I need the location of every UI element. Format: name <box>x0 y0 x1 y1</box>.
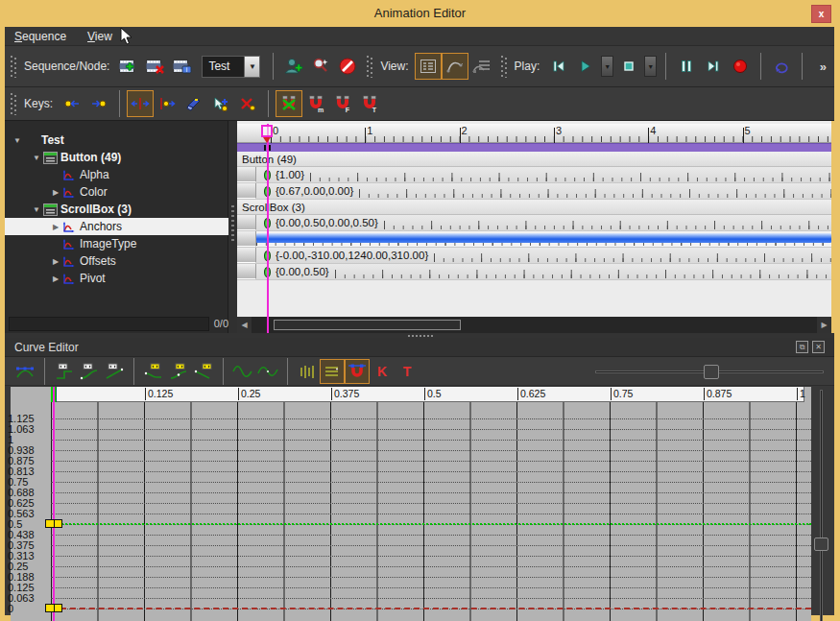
curve-key-icon[interactable] <box>55 605 62 611</box>
add-key-button[interactable] <box>207 90 234 117</box>
curve-constant-value-0[interactable] <box>51 608 811 609</box>
timeline-ruler[interactable]: 012345 <box>237 124 831 143</box>
playhead-marker[interactable] <box>261 125 273 137</box>
caret-collapsed-icon[interactable]: ▶ <box>49 188 62 197</box>
delete-key-button[interactable] <box>234 90 261 117</box>
curve-t-button[interactable]: T <box>395 359 420 384</box>
toolbar-overflow-button[interactable]: » <box>820 60 825 74</box>
tree-item-test[interactable]: ▼Test <box>5 131 228 149</box>
tree-item-offsets[interactable]: ▶Offsets <box>5 252 228 270</box>
sequence-info-button[interactable]: i <box>169 53 196 80</box>
curve-snap-toggle[interactable] <box>345 359 370 384</box>
track-body[interactable]: {0.00,0.50,0.00,0.50} <box>256 215 831 230</box>
timeline-playhead-line[interactable] <box>267 124 269 333</box>
smooth-curve-alt-button[interactable] <box>255 359 280 384</box>
pick-node-button[interactable] <box>307 53 334 80</box>
key-next-button[interactable] <box>85 90 112 117</box>
play-options-dropdown[interactable]: ▼ <box>601 56 613 77</box>
tangent-linear-button[interactable] <box>102 359 127 384</box>
timeline-track-row[interactable]: {-0.00,-310.00,1240.00,310.00} <box>237 248 831 264</box>
go-to-end-button[interactable] <box>700 53 727 80</box>
track-body[interactable]: {0.67,0.00,0.00} <box>256 183 831 199</box>
timeline-track-row[interactable]: {0.67,0.00,0.00} <box>237 183 831 200</box>
track-body[interactable] <box>256 231 831 247</box>
snap-magnet-m-button[interactable]: m <box>302 90 329 117</box>
move-keys-button[interactable] <box>127 90 154 117</box>
selected-track-bar[interactable] <box>256 233 831 243</box>
go-to-start-button[interactable] <box>545 53 572 80</box>
timeline-track-selected[interactable] <box>237 231 831 248</box>
smooth-curve-button[interactable] <box>230 359 255 384</box>
tree-item-button-49[interactable]: ▼Button (49) <box>5 149 228 166</box>
track-gutter-cell[interactable] <box>237 167 256 182</box>
track-gutter-cell[interactable] <box>237 183 256 199</box>
close-icon[interactable]: ✕ <box>812 341 825 353</box>
track-gutter-cell[interactable] <box>237 231 256 247</box>
snap-off-button[interactable] <box>276 90 302 117</box>
view-curves-toggle[interactable] <box>442 53 468 80</box>
caret-expanded-icon[interactable]: ▼ <box>30 154 43 162</box>
menu-sequence[interactable]: Sequence <box>14 30 66 43</box>
pause-button[interactable] <box>673 53 700 80</box>
close-button[interactable]: x <box>811 5 831 23</box>
track-gutter-cell[interactable] <box>237 248 256 263</box>
graph-vscroll-track[interactable] <box>820 390 823 621</box>
paint-keys-button[interactable] <box>180 90 207 117</box>
tree-item-pivot[interactable]: ▶Pivot <box>5 270 228 287</box>
tangent-out-ease-button[interactable] <box>166 359 191 384</box>
tree-timeline-splitter[interactable] <box>228 121 237 333</box>
vertical-grid-toggle[interactable] <box>295 359 320 384</box>
timeline-hscrollbar[interactable]: ◀ ▶ <box>237 317 831 333</box>
curve-keyframe-pair[interactable] <box>45 604 62 612</box>
curve-key-icon[interactable] <box>46 520 54 527</box>
key-prev-button[interactable] <box>59 90 85 117</box>
title-bar[interactable]: Animation Editor x <box>0 0 840 27</box>
track-gutter-cell[interactable] <box>237 264 256 279</box>
new-sequence-button[interactable] <box>115 53 142 80</box>
timeline-range-bar[interactable] <box>237 143 831 152</box>
curve-constant-value-0.5[interactable] <box>51 523 811 525</box>
stop-options-dropdown[interactable]: ▼ <box>644 56 657 77</box>
scroll-right-button[interactable]: ▶ <box>817 317 831 333</box>
caret-expanded-icon[interactable]: ▼ <box>30 205 43 214</box>
stop-button[interactable] <box>615 53 642 80</box>
track-body[interactable]: {1.00} <box>256 167 831 182</box>
tree-item-alpha[interactable]: Alpha <box>5 166 228 183</box>
menu-view[interactable]: View <box>87 30 112 43</box>
hscrollbar-thumb[interactable] <box>274 320 461 330</box>
curve-key-icon[interactable] <box>55 520 62 527</box>
graph-plot-grid[interactable] <box>51 402 811 621</box>
record-button[interactable] <box>727 53 754 80</box>
timeline-group-row[interactable]: Button (49) <box>237 152 831 167</box>
scroll-left-button[interactable]: ◀ <box>237 317 252 333</box>
curve-zoom-slider-thumb[interactable] <box>704 365 719 379</box>
flatten-tangents-button[interactable] <box>12 359 37 384</box>
chevron-down-icon[interactable]: ▼ <box>244 56 260 78</box>
tree-item-color[interactable]: ▶Color <box>5 183 228 201</box>
loop-button[interactable] <box>768 53 795 80</box>
slide-keys-button[interactable] <box>154 90 180 117</box>
remove-node-button[interactable] <box>334 53 361 80</box>
delete-sequence-button[interactable] <box>142 53 169 80</box>
view-dopesheet-toggle[interactable] <box>415 53 442 80</box>
caret-collapsed-icon[interactable]: ▶ <box>49 257 62 266</box>
snap-magnet-t-button[interactable]: T <box>356 90 383 117</box>
tangent-step-button[interactable] <box>52 359 77 384</box>
tree-item-anchors[interactable]: ▶Anchors <box>5 218 232 235</box>
timeline-group-row[interactable]: ScrollBox (3) <box>237 200 831 215</box>
play-button[interactable] <box>572 53 599 80</box>
curve-key-icon[interactable] <box>46 605 54 611</box>
horizontal-grid-toggle[interactable] <box>320 359 345 384</box>
sequence-select[interactable]: Test▼ <box>202 56 260 78</box>
graph-time-ruler[interactable]: 0.1250.250.3750.50.6250.750.8751 <box>51 387 804 402</box>
tree-item-scrollbox-3[interactable]: ▼ScrollBox (3) <box>5 201 228 218</box>
tangent-ease-in-button[interactable] <box>77 359 102 384</box>
graph-playhead-line[interactable] <box>53 387 55 621</box>
tangent-out-linear-button[interactable] <box>191 359 216 384</box>
tree-item-imagetype[interactable]: ImageType <box>5 235 228 252</box>
timeline-track-row[interactable]: {0.00,0.50} <box>237 264 831 280</box>
view-combined-toggle[interactable] <box>468 53 495 80</box>
float-icon[interactable]: ⧉ <box>796 341 808 353</box>
timeline-track-row[interactable]: {1.00} <box>237 167 831 183</box>
timeline-track-row[interactable]: {0.00,0.50,0.00,0.50} <box>237 215 831 231</box>
